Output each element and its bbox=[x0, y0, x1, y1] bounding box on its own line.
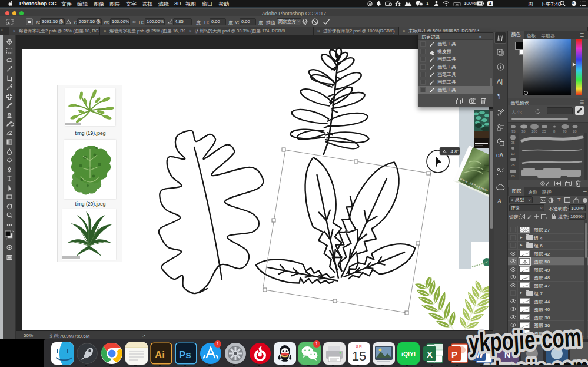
svg-text:ykpojie·com: ykpojie·com bbox=[468, 322, 582, 357]
svg-text:15: 15 bbox=[352, 349, 366, 363]
svg-text:8月: 8月 bbox=[356, 344, 363, 349]
svg-text:Ai: Ai bbox=[155, 349, 165, 361]
svg-text:Ps: Ps bbox=[179, 349, 191, 361]
svg-text:iQIYI: iQIYI bbox=[401, 351, 416, 358]
svg-text:: 4.8°: : 4.8° bbox=[448, 149, 459, 154]
svg-text:X: X bbox=[427, 349, 433, 359]
svg-text:P: P bbox=[451, 349, 457, 359]
